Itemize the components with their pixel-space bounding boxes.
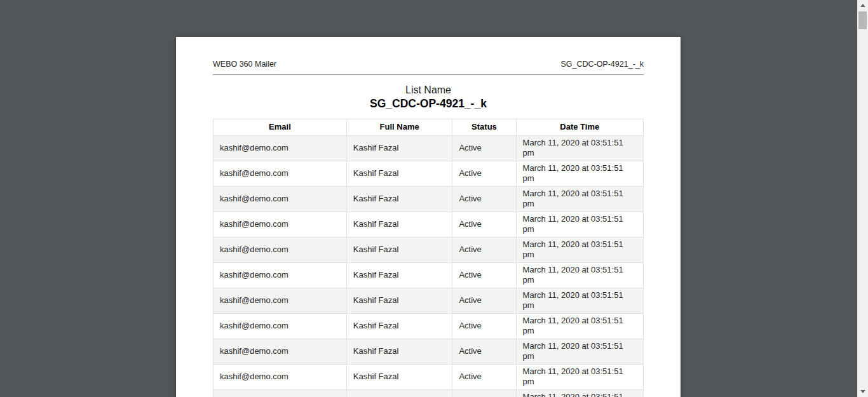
cell-email: kashif@demo.com [214,313,347,339]
cell-full-name: Kashif Fazal [346,237,452,262]
scrollbar-thumb[interactable] [858,11,867,29]
cell-status: Active [452,262,516,288]
table-header-row: Email Full Name Status Date Time [214,119,644,136]
cell-status: Active [452,161,516,186]
cell-full-name: Kashif Fazal [346,262,452,288]
cell-email: kashif@demo.com [214,212,347,237]
col-header-full-name: Full Name [346,119,452,136]
cell-email: kashif@demo.com [214,339,347,364]
cell-status: Active [452,364,516,389]
cell-full-name: Kashif Fazal [346,212,452,237]
cell-date-time: March 11, 2020 at 03:51:51 pm [516,161,643,186]
table-row: kashif@demo.comKashif FazalActiveMarch 1… [214,212,644,237]
cell-full-name: Kashif Fazal [346,186,452,212]
cell-email: kashif@demo.com [214,186,347,212]
cell-date-time: March 11, 2020 at 03:51:51 pm [516,364,643,389]
table-row: kashif@demo.comKashif FazalActiveMarch 1… [214,364,644,389]
title-block: List Name SG_CDC-OP-4921_-_k [213,84,644,110]
cell-full-name: Kashif Fazal [346,161,452,186]
table-row: kashif@demo.comKashif FazalActiveMarch 1… [214,262,644,288]
cell-email: kashif@demo.com [214,288,347,313]
cell-date-time: March 11, 2020 at 03:51:51 pm [516,237,643,262]
table-row: kashif@demo.comKashif FazalActiveMarch 1… [214,186,644,212]
list-name-label: List Name [213,84,644,96]
cell-status: Active [452,288,516,313]
cell-date-time: March 11, 2020 at 03:51:51 pm [516,262,643,288]
cell-status: Active [452,339,516,364]
cell-status: Active [452,237,516,262]
table-body: kashif@demo.comKashif FazalActiveMarch 1… [214,135,644,397]
table-row: kashif@demo.comKashif FazalActiveMarch 1… [214,135,644,161]
scroll-up-icon [860,4,865,7]
cell-email: kashif@demo.com [214,262,347,288]
table-row: kashif@demo.comKashif FazalActiveMarch 1… [214,288,644,313]
table-row: kashif@demo.comKashif FazalActiveMarch 1… [214,339,644,364]
cell-date-time: March 11, 2020 at 03:51:51 pm [516,186,643,212]
cell-email: kashif@demo.com [214,364,347,389]
cell-date-time: March 11, 2020 at 03:51:51 pm [516,135,643,161]
members-table: Email Full Name Status Date Time kashif@… [213,119,644,397]
table-row: kashif@demo.comKashif FazalActiveMarch 1… [214,161,644,186]
cell-full-name: Kashif Fazal [346,288,452,313]
cell-full-name: Kashif Fazal [346,135,452,161]
col-header-status: Status [452,119,516,136]
cell-email: kashif@demo.com [214,135,347,161]
cell-date-time: March 11, 2020 at 03:51:51 pm [516,389,643,397]
document-page: WEBO 360 Mailer SG_CDC-OP-4921_-_k List … [176,37,681,397]
cell-status: Active [452,313,516,339]
scroll-up-button[interactable] [857,0,868,11]
table-row: kashif@demo.comKashif FazalActiveMarch 1… [214,389,644,397]
cell-date-time: March 11, 2020 at 03:51:51 pm [516,339,643,364]
cell-email: kashif@demo.com [214,389,347,397]
list-name-value: SG_CDC-OP-4921_-_k [213,97,644,110]
cell-email: kashif@demo.com [214,237,347,262]
table-row: kashif@demo.comKashif FazalActiveMarch 1… [214,313,644,339]
cell-date-time: March 11, 2020 at 03:51:51 pm [516,313,643,339]
scroll-down-button[interactable] [857,386,868,397]
cell-full-name: Kashif Fazal [346,364,452,389]
vertical-scrollbar[interactable] [857,0,868,397]
cell-full-name: Kashif Fazal [346,339,452,364]
cell-status: Active [452,389,516,397]
col-header-email: Email [214,119,347,136]
cell-date-time: March 11, 2020 at 03:51:51 pm [516,288,643,313]
cell-status: Active [452,186,516,212]
document-header: WEBO 360 Mailer SG_CDC-OP-4921_-_k [213,37,644,75]
cell-status: Active [452,212,516,237]
scroll-down-icon [860,390,865,393]
table-row: kashif@demo.comKashif FazalActiveMarch 1… [214,237,644,262]
cell-status: Active [452,135,516,161]
cell-full-name: Kashif Fazal [346,313,452,339]
doc-header-left: WEBO 360 Mailer [213,60,276,69]
doc-header-right: SG_CDC-OP-4921_-_k [560,60,644,69]
cell-date-time: March 11, 2020 at 03:51:51 pm [516,212,643,237]
col-header-date-time: Date Time [516,119,643,136]
cell-email: kashif@demo.com [214,161,347,186]
cell-full-name: Kashif Fazal [346,389,452,397]
